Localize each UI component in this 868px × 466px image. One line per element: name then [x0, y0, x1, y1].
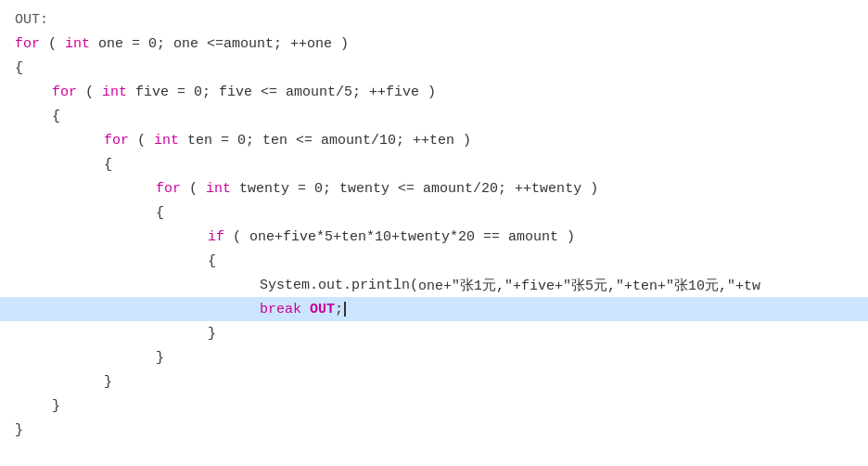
- system-class: System.: [260, 278, 318, 293]
- keyword-break: break: [260, 302, 301, 317]
- keyword-for-ten: for: [104, 133, 129, 149]
- line-for-twenty: for ( int twenty = 0; twenty <= amount /…: [0, 176, 868, 201]
- out-ref-break: OUT: [310, 302, 335, 317]
- line-brace-1-open: {: [0, 56, 868, 80]
- line-brace-5-open: {: [0, 249, 868, 273]
- amount-ref-5: amount: [508, 229, 558, 245]
- text-cursor: [344, 302, 346, 317]
- out-ref: out: [318, 278, 343, 293]
- keyword-int-five: int: [102, 84, 127, 100]
- line-brace-3-close: }: [0, 369, 868, 394]
- line-brace-3-open: {: [0, 152, 868, 176]
- amount-ref-2: amount: [286, 84, 336, 100]
- line-brace-2-close: }: [0, 394, 868, 418]
- line-brace-1-close: }: [0, 418, 868, 442]
- keyword-for-one: for: [15, 36, 40, 52]
- line-out-label: OUT:: [0, 7, 868, 32]
- line-brace-4-open: {: [0, 201, 868, 225]
- code-editor: OUT: for ( int one = 0; one <= amount ; …: [0, 0, 868, 466]
- println-args: one+"张1元,"+five+"张5元,"+ten+"张10元,"+tw: [418, 277, 760, 294]
- line-for-ten: for ( int ten = 0; ten <= amount /10; ++…: [0, 128, 868, 152]
- keyword-int-one: int: [65, 36, 90, 52]
- keyword-if: if: [208, 229, 224, 245]
- amount-ref-3: amount: [321, 133, 371, 149]
- line-brace-5-close: }: [0, 321, 868, 345]
- line-brace-2-open: {: [0, 104, 868, 128]
- amount-ref-4: amount: [423, 181, 473, 197]
- out-label-text: OUT:: [15, 12, 48, 28]
- keyword-int-twenty: int: [206, 181, 231, 197]
- amount-ref-1: amount: [223, 36, 274, 52]
- println-method: .println(: [343, 278, 418, 293]
- line-brace-4-close: }: [0, 345, 868, 369]
- line-break-out: break OUT ;: [0, 297, 868, 321]
- line-system-out: System. out .println( one+"张1元,"+five+"张…: [0, 273, 868, 297]
- line-for-one: for ( int one = 0; one <= amount ; ++one…: [0, 32, 868, 56]
- line-if: if ( one+five*5+ten*10+twenty*20 == amou…: [0, 225, 868, 249]
- semicolon-break: ;: [335, 302, 343, 317]
- keyword-for-twenty: for: [156, 181, 181, 197]
- line-for-five: for ( int five = 0; five <= amount /5; +…: [0, 80, 868, 104]
- keyword-int-ten: int: [154, 133, 179, 149]
- keyword-for-five: for: [52, 84, 77, 100]
